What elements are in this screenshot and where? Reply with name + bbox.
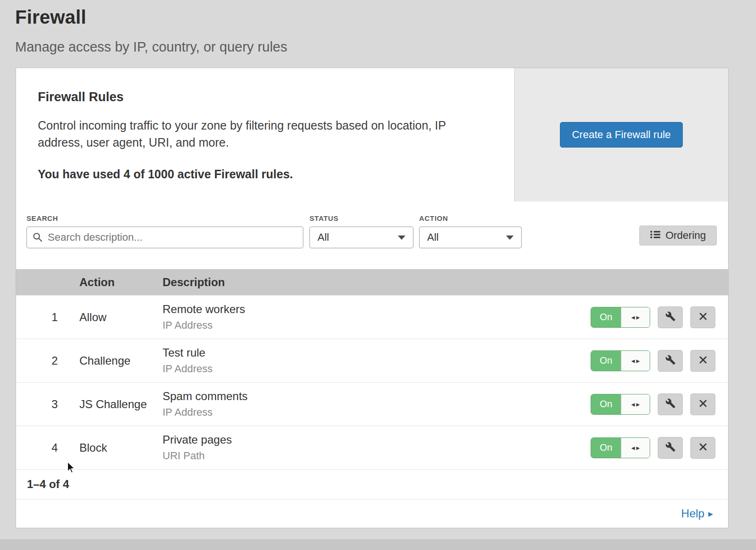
search-wrap — [26, 227, 303, 248]
toggle-arrows-icon: ◂▸ — [621, 438, 650, 458]
action-select[interactable]: All — [419, 227, 522, 248]
arrow-right-icon: ▸ — [708, 508, 713, 519]
rule-description: Test rule IP Address — [163, 346, 591, 375]
rule-enabled-toggle[interactable]: On ◂▸ — [591, 394, 650, 415]
action-value: All — [427, 231, 438, 244]
delete-rule-button[interactable] — [690, 350, 715, 372]
search-label: SEARCH — [26, 214, 309, 222]
intro-text: Firewall Rules Control incoming traffic … — [16, 68, 514, 201]
status-group: STATUS All — [309, 214, 419, 248]
rule-match-type: IP Address — [163, 319, 591, 332]
rule-match-type: IP Address — [163, 406, 591, 419]
action-group: ACTION All — [419, 214, 522, 248]
help-label: Help — [681, 507, 704, 520]
status-select[interactable]: All — [309, 227, 413, 248]
search-icon — [33, 232, 43, 244]
status-label: STATUS — [309, 214, 419, 222]
chevron-down-icon — [398, 236, 405, 240]
delete-rule-button[interactable] — [690, 393, 715, 415]
wrench-icon — [665, 398, 676, 410]
close-icon — [698, 355, 708, 367]
firewall-card: Firewall Rules Control incoming traffic … — [16, 68, 729, 528]
rule-action: JS Challenge — [79, 398, 163, 411]
mouse-cursor — [66, 462, 76, 476]
edit-rule-button[interactable] — [658, 306, 683, 328]
close-icon — [698, 399, 708, 410]
rule-description: Private pages URI Path — [163, 433, 591, 462]
intro-title: Firewall Rules — [38, 90, 486, 105]
create-rule-panel: Create a Firewall rule — [514, 68, 728, 201]
rule-description: Spam comments IP Address — [163, 390, 591, 419]
rule-action: Allow — [79, 311, 163, 324]
rule-action: Challenge — [79, 354, 163, 367]
table-row: 4 Block Private pages URI Path On ◂▸ — [16, 426, 728, 469]
toggle-arrows-icon: ◂▸ — [621, 351, 650, 371]
pagination-row: 1–4 of 4 — [16, 469, 728, 499]
page-header: Firewall Manage access by IP, country, o… — [0, 0, 756, 55]
wrench-icon — [665, 355, 676, 367]
status-value: All — [318, 231, 329, 244]
rule-match-type: IP Address — [163, 363, 591, 375]
rule-match-type: URI Path — [163, 450, 591, 462]
ordering-label: Ordering — [665, 229, 706, 242]
table-row: 3 JS Challenge Spam comments IP Address … — [16, 382, 728, 426]
rule-enabled-toggle[interactable]: On ◂▸ — [591, 437, 650, 458]
rule-controls: On ◂▸ — [591, 437, 715, 459]
search-input[interactable] — [26, 227, 303, 248]
rule-title: Test rule — [163, 346, 591, 359]
wrench-icon — [665, 442, 676, 454]
intro-description: Control incoming traffic to your zone by… — [38, 117, 486, 151]
table-header: Action Description — [16, 269, 728, 295]
create-firewall-rule-button[interactable]: Create a Firewall rule — [560, 122, 682, 148]
rule-priority: 2 — [16, 354, 79, 367]
rule-title: Private pages — [163, 433, 591, 446]
rule-description: Remote workers IP Address — [163, 303, 591, 332]
help-link[interactable]: Help ▸ — [681, 507, 713, 520]
toggle-on-label: On — [591, 394, 621, 414]
rules-usage-text: You have used 4 of 1000 active Firewall … — [38, 167, 486, 181]
toggle-on-label: On — [591, 438, 621, 458]
rule-priority: 3 — [16, 398, 79, 411]
help-row: Help ▸ — [16, 499, 728, 528]
rule-controls: On ◂▸ — [591, 350, 715, 372]
intro-section: Firewall Rules Control incoming traffic … — [16, 68, 728, 201]
table-row: 2 Challenge Test rule IP Address On ◂▸ — [16, 339, 728, 382]
edit-rule-button[interactable] — [658, 393, 683, 415]
filter-bar: SEARCH STATUS All ACTION All — [16, 201, 728, 269]
close-icon — [698, 312, 708, 323]
edit-rule-button[interactable] — [658, 350, 683, 372]
rule-controls: On ◂▸ — [591, 393, 715, 415]
rule-title: Spam comments — [163, 390, 591, 403]
action-column-header: Action — [79, 276, 163, 289]
ordering-button[interactable]: Ordering — [639, 226, 717, 245]
rule-priority: 1 — [16, 311, 79, 324]
wrench-icon — [665, 311, 676, 323]
chevron-down-icon — [506, 236, 514, 240]
bottom-strip — [0, 539, 756, 550]
rule-action: Block — [79, 441, 163, 454]
close-icon — [698, 442, 708, 454]
page-title: Firewall — [15, 7, 756, 28]
ordered-list-icon — [650, 229, 661, 242]
delete-rule-button[interactable] — [690, 306, 715, 328]
search-group: SEARCH — [26, 214, 309, 248]
rule-enabled-toggle[interactable]: On ◂▸ — [591, 350, 650, 371]
description-column-header: Description — [163, 276, 728, 289]
toggle-arrows-icon: ◂▸ — [621, 307, 650, 327]
table-row: 1 Allow Remote workers IP Address On ◂▸ — [16, 295, 728, 339]
edit-rule-button[interactable] — [658, 437, 683, 459]
rule-enabled-toggle[interactable]: On ◂▸ — [591, 307, 650, 328]
toggle-arrows-icon: ◂▸ — [621, 394, 650, 414]
rule-controls: On ◂▸ — [591, 306, 715, 328]
toggle-on-label: On — [591, 351, 621, 371]
action-label: ACTION — [419, 214, 522, 222]
rule-title: Remote workers — [163, 303, 591, 316]
toggle-on-label: On — [591, 307, 621, 327]
delete-rule-button[interactable] — [690, 437, 715, 459]
rule-priority: 4 — [16, 441, 79, 454]
pagination-range: 1–4 of 4 — [27, 478, 69, 491]
page-subtitle: Manage access by IP, country, or query r… — [15, 39, 756, 55]
